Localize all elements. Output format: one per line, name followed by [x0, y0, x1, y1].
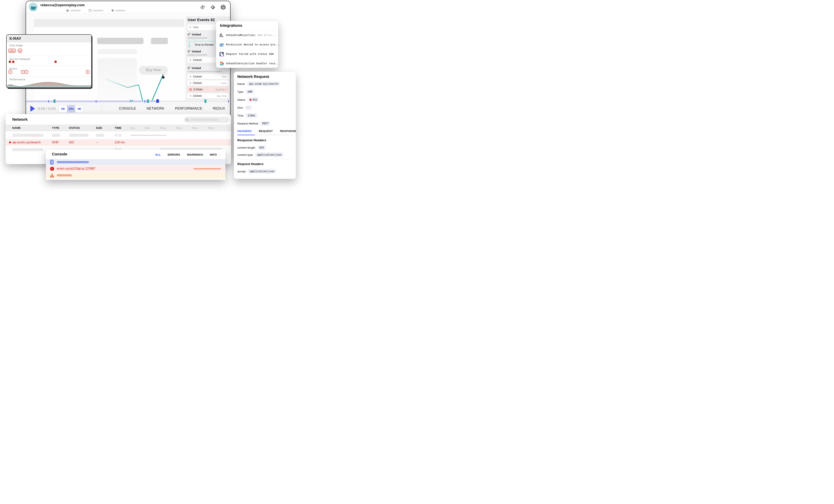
user-email: rebecca@openreplay.com [40, 3, 85, 7]
field-request-method: Request Method POST [237, 121, 270, 126]
event-path: /category/wearable [187, 53, 207, 56]
field-status: Status 422 [237, 97, 259, 102]
field-type: Type XHR [237, 89, 254, 94]
skip-forward-button[interactable] [75, 105, 84, 112]
network-row-skeleton[interactable] [6, 132, 231, 138]
network-table-header: NAME TYPE STATUS SIZE TIME 0ms 10ms 20ms… [6, 125, 231, 131]
console-error-row[interactable]: ecom.xyz/a213qh.js:123987 [46, 166, 225, 172]
event-path: /category/wearable [187, 37, 207, 39]
rage-click-icon[interactable] [11, 48, 16, 53]
skeleton-bar [151, 38, 168, 44]
session-browser-meta [89, 9, 103, 12]
time-tick: 50ms [208, 126, 214, 129]
timeline-track-rest [157, 101, 230, 102]
console-tab-info[interactable]: INFO [210, 153, 217, 156]
integration-row-waves[interactable]: Permission denied to access pro... [216, 40, 278, 49]
mouse-trail [98, 59, 168, 104]
event-visited[interactable]: Visited [187, 33, 201, 36]
field-size: Size -- [237, 105, 252, 110]
error-icon[interactable] [8, 70, 13, 74]
log-placeholder-bar [57, 174, 72, 176]
elastic-icon [219, 61, 224, 66]
playhead[interactable] [156, 99, 159, 103]
time-tick: 0ms [131, 126, 135, 129]
click-hand-icon [189, 94, 192, 97]
event-visited[interactable]: Visited [187, 66, 201, 70]
skip-back-button[interactable] [59, 105, 67, 112]
event-clicked-card[interactable]: Clicked Buy Now [187, 93, 228, 98]
slack-icon[interactable] [200, 4, 205, 10]
timeline-note-marker[interactable] [204, 99, 206, 103]
player-controls: 0:00 / 0:00 10s CONSOLE [26, 103, 230, 115]
play-button[interactable] [30, 105, 36, 112]
waterfall-bar [131, 135, 167, 136]
event-visited[interactable]: Visited [187, 50, 201, 53]
network-error-dot[interactable] [9, 61, 11, 63]
console-warning-row[interactable] [46, 172, 225, 178]
github-icon[interactable] [220, 4, 226, 10]
search-placeholder-bar [190, 119, 219, 121]
session-duration-meta [66, 9, 81, 12]
request-headers-title: Request Headers [237, 162, 264, 166]
integration-row-elastic[interactable]: Unhandledrejection handler rece.. [216, 59, 278, 68]
integration-row-sentry[interactable]: UnhandledRejection: Non-Error... [216, 30, 278, 40]
time-tick: 20ms [160, 126, 166, 129]
network-search-input[interactable] [184, 117, 229, 123]
divider [237, 159, 292, 159]
event-clicked-card[interactable]: Clicked Size [187, 74, 228, 79]
network-error-dot[interactable] [12, 61, 15, 63]
log-placeholder-bar [57, 161, 89, 163]
event-rage-click-card[interactable]: 3 Clicks Quantity + [187, 87, 228, 92]
console-tab-warnings[interactable]: WARNINGS [187, 153, 203, 156]
quote-marker-icon[interactable] [130, 100, 133, 102]
page-header-skeleton [34, 19, 184, 27]
rhino-icon [29, 3, 38, 12]
tab-request[interactable]: REQUEST [259, 129, 273, 133]
timeline-track-played [26, 101, 157, 102]
console-tab-errors[interactable]: ERRORS [168, 153, 180, 156]
user-events-count: 62 [211, 18, 215, 22]
visited-icon [187, 67, 190, 69]
rage-click-icon[interactable] [18, 48, 22, 53]
console-info-row[interactable]: i [46, 159, 225, 165]
header-accept: accept application/json [237, 169, 276, 174]
click-hand-icon [189, 59, 192, 61]
search-icon [189, 26, 192, 29]
network-error-row[interactable]: api.ecom.xyz/search XHR 422 -- 119 ms [6, 139, 231, 146]
timeline-event-tick[interactable] [96, 100, 96, 103]
tab-response[interactable]: RESPONSE [280, 129, 296, 133]
tab-redux[interactable]: REDUX [213, 107, 225, 111]
network-title: Network [12, 117, 27, 122]
tab-performance[interactable]: PERFORMANCE [175, 107, 202, 111]
timeline-event-tick[interactable] [48, 100, 49, 103]
tab-console[interactable]: CONSOLE [119, 107, 136, 111]
xray-panel: X-RAY Click Rage 4xx-5xx Network Errors … [6, 34, 92, 88]
player-timeline[interactable] [26, 100, 230, 103]
timeline-note-marker[interactable] [53, 99, 56, 103]
timeline-event-tick[interactable] [228, 100, 229, 103]
header-content-type: content-type application/json [237, 152, 284, 157]
network-request-panel: Network Request Name api.ecom.xyz/search… [234, 72, 296, 179]
jira-icon[interactable] [210, 4, 215, 10]
tab-headers[interactable]: HEADERS [237, 129, 251, 133]
console-tab-all[interactable]: ALL [155, 153, 161, 156]
tab-network[interactable]: NETWORK [147, 107, 164, 111]
skip-forward-icon [78, 107, 81, 110]
session-location-meta [111, 9, 126, 12]
rage-click-icon [189, 88, 192, 91]
timeline-event-tick[interactable] [145, 100, 145, 103]
time-tick: 30ms [176, 126, 182, 129]
error-detail-bar [193, 168, 221, 169]
buy-now-button[interactable]: Buy Now [139, 66, 168, 74]
skeleton-bar [97, 38, 144, 44]
field-type-value: XHR [246, 89, 254, 94]
xray-title: X-RAY [9, 36, 21, 41]
network-error-dot[interactable] [54, 61, 57, 63]
timeline-note-marker[interactable] [147, 99, 149, 103]
event-clicked-card[interactable]: Clicked Color [187, 80, 228, 86]
integration-row-datadog[interactable]: Request failed with status 500 [216, 49, 278, 59]
error-icon[interactable] [24, 70, 28, 74]
error-icon[interactable] [85, 70, 90, 74]
field-time-value: 119ms [246, 113, 257, 118]
warning-icon [50, 173, 54, 178]
